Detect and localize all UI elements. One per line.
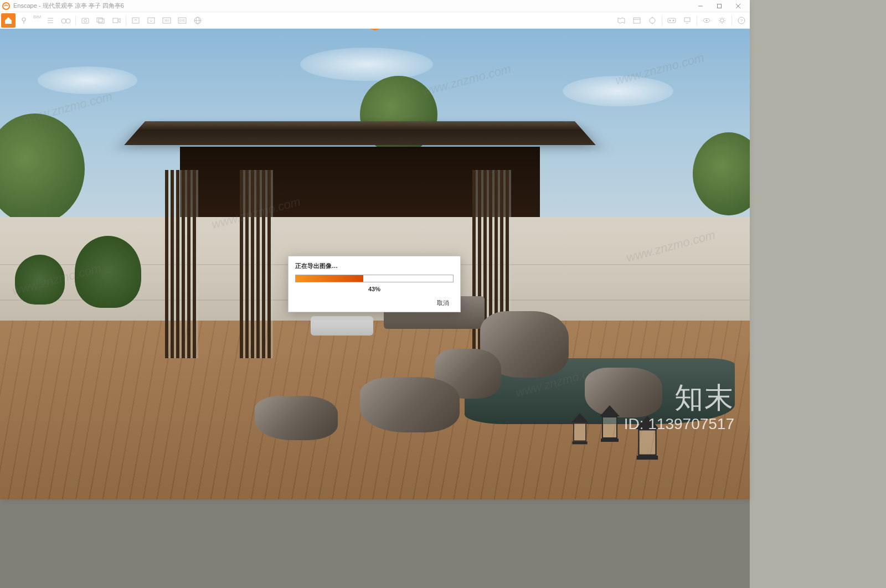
svg-rect-33 bbox=[684, 18, 690, 22]
location-button[interactable] bbox=[17, 13, 31, 28]
dialog-title: 正在导出图像… bbox=[295, 262, 454, 270]
svg-point-12 bbox=[84, 19, 87, 22]
svg-point-31 bbox=[669, 19, 671, 21]
vr-button[interactable] bbox=[664, 13, 679, 28]
export-progress-dialog: 正在导出图像… 43% 取消 bbox=[288, 256, 461, 312]
minimize-button[interactable] bbox=[691, 0, 710, 12]
svg-point-5 bbox=[22, 18, 25, 21]
orbit-button[interactable] bbox=[645, 13, 660, 28]
progress-fill bbox=[296, 275, 363, 282]
settings-button[interactable] bbox=[715, 13, 729, 28]
lantern-icon bbox=[600, 405, 620, 444]
svg-rect-30 bbox=[668, 18, 676, 23]
svg-text:EXE: EXE bbox=[179, 19, 186, 22]
svg-rect-25 bbox=[633, 18, 640, 23]
svg-point-27 bbox=[650, 18, 655, 23]
svg-rect-13 bbox=[97, 18, 102, 22]
svg-point-32 bbox=[673, 19, 674, 21]
visual-settings-button[interactable] bbox=[699, 13, 714, 28]
page-background-right bbox=[750, 0, 886, 588]
view-preset-button[interactable] bbox=[144, 13, 158, 28]
toolbar: BIM 360 bbox=[0, 12, 750, 29]
svg-text:360: 360 bbox=[164, 19, 169, 22]
svg-point-10 bbox=[66, 19, 70, 23]
asset-library-button[interactable] bbox=[630, 13, 644, 28]
binoculars-button[interactable] bbox=[59, 13, 73, 28]
lantern-icon bbox=[571, 413, 589, 446]
window-controls bbox=[691, 0, 748, 12]
close-button[interactable] bbox=[729, 0, 748, 12]
svg-point-36 bbox=[706, 19, 708, 21]
svg-point-0 bbox=[3, 3, 9, 9]
bim-label: BIM bbox=[32, 14, 42, 19]
page-background-bottom bbox=[0, 499, 750, 588]
render-viewport[interactable]: www.znzmo.com www.znzmo.com www.znzmo.co… bbox=[0, 29, 750, 499]
collaborate-button[interactable] bbox=[680, 13, 694, 28]
exe-export-button[interactable]: EXE bbox=[175, 13, 189, 28]
batch-render-button[interactable] bbox=[94, 13, 108, 28]
favorite-view-button[interactable] bbox=[128, 13, 143, 28]
lantern-icon bbox=[635, 416, 659, 462]
maximize-button[interactable] bbox=[710, 0, 729, 12]
svg-point-9 bbox=[61, 19, 66, 23]
app-logo-icon bbox=[2, 2, 10, 10]
progress-bar bbox=[295, 275, 454, 282]
map-button[interactable] bbox=[614, 13, 629, 28]
svg-text:?: ? bbox=[740, 18, 743, 23]
help-button[interactable]: ? bbox=[734, 13, 749, 28]
collapse-handle-icon[interactable] bbox=[365, 29, 385, 30]
svg-point-37 bbox=[720, 19, 724, 22]
svg-rect-17 bbox=[148, 18, 154, 23]
bim-menu-button[interactable] bbox=[43, 13, 58, 28]
window-title: Enscape - 现代景观亭 凉亭 亭子 四角亭6 bbox=[13, 2, 691, 10]
web-export-button[interactable] bbox=[190, 13, 205, 28]
svg-rect-16 bbox=[132, 18, 139, 23]
app-window: Enscape - 现代景观亭 凉亭 亭子 四角亭6 BIM bbox=[0, 0, 750, 499]
svg-rect-15 bbox=[113, 18, 118, 23]
svg-rect-2 bbox=[718, 4, 722, 8]
cancel-button[interactable]: 取消 bbox=[432, 298, 454, 308]
video-button[interactable] bbox=[109, 13, 123, 28]
progress-percent: 43% bbox=[295, 286, 454, 292]
svg-rect-14 bbox=[99, 19, 104, 23]
screenshot-button[interactable] bbox=[78, 13, 92, 28]
svg-rect-11 bbox=[82, 18, 89, 23]
titlebar: Enscape - 现代景观亭 凉亭 亭子 四角亭6 bbox=[0, 0, 750, 12]
panorama-button[interactable]: 360 bbox=[159, 13, 174, 28]
home-button[interactable] bbox=[1, 13, 16, 28]
